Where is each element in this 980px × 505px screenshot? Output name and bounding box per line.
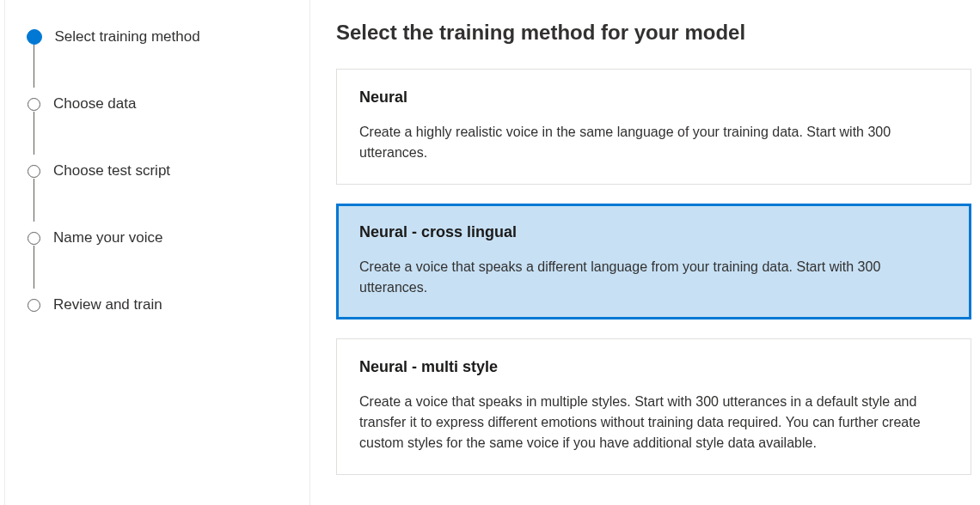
step-indicator-icon: [28, 299, 40, 312]
step-indicator-active-icon: [27, 29, 42, 45]
step-choose-data[interactable]: Choose data: [28, 88, 289, 120]
step-label: Review and train: [53, 296, 162, 313]
step-select-training-method[interactable]: Select training method: [28, 21, 289, 53]
step-connector: [34, 246, 34, 289]
step-label: Choose data: [53, 95, 136, 113]
option-neural-cross-lingual[interactable]: Neural - cross lingual Create a voice th…: [336, 204, 971, 319]
step-indicator-icon: [28, 98, 40, 111]
option-neural-multi-style[interactable]: Neural - multi style Create a voice that…: [336, 338, 971, 475]
step-list: Select training method Choose data Choos…: [28, 21, 289, 321]
option-title: Neural: [359, 88, 948, 106]
option-description: Create a voice that speaks a different l…: [359, 257, 948, 298]
step-connector: [34, 45, 34, 88]
step-label: Choose test script: [53, 162, 170, 179]
step-label: Name your voice: [53, 229, 163, 246]
option-title: Neural - cross lingual: [359, 223, 948, 241]
step-choose-test-script[interactable]: Choose test script: [28, 155, 289, 187]
step-name-your-voice[interactable]: Name your voice: [28, 222, 289, 254]
step-connector: [34, 179, 34, 222]
page-title: Select the training method for your mode…: [336, 21, 971, 45]
option-description: Create a highly realistic voice in the s…: [359, 122, 948, 163]
step-indicator-icon: [28, 232, 40, 245]
step-label: Select training method: [55, 28, 200, 46]
step-connector: [34, 112, 34, 155]
option-neural[interactable]: Neural Create a highly realistic voice i…: [336, 69, 971, 185]
step-review-and-train[interactable]: Review and train: [28, 289, 289, 321]
step-indicator-icon: [28, 165, 40, 178]
wizard-steps-sidebar: Select training method Choose data Choos…: [5, 0, 310, 505]
option-description: Create a voice that speaks in multiple s…: [359, 392, 948, 453]
main-content: Select the training method for your mode…: [310, 0, 980, 505]
option-title: Neural - multi style: [359, 358, 948, 376]
